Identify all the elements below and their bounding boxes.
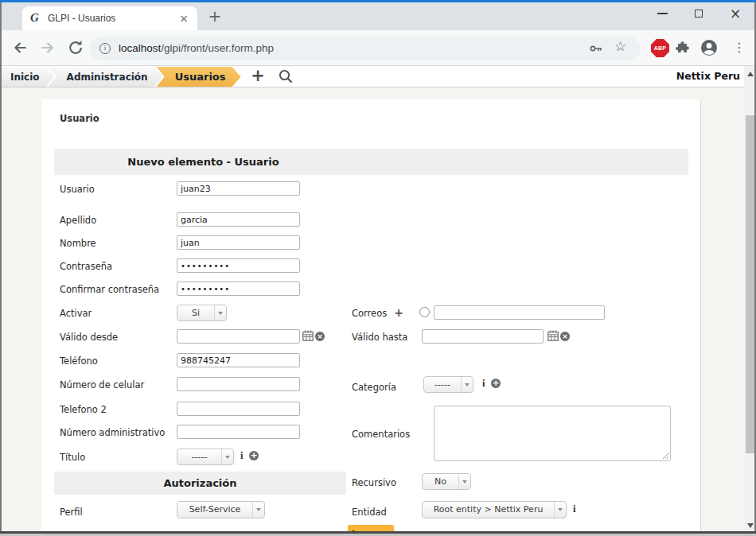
resize-handle-icon[interactable] bbox=[661, 452, 669, 460]
form-header-text: Nuevo elemento - Usuario bbox=[54, 149, 353, 175]
breadcrumb-label: Usuarios bbox=[175, 71, 226, 83]
titulo-select[interactable]: ----- bbox=[177, 449, 234, 465]
browser-toolbar: i localhost/glpi/front/user.form.php ☆ A… bbox=[0, 30, 756, 66]
activar-label: Activar bbox=[60, 308, 92, 319]
glpi-favicon-icon: G bbox=[30, 11, 43, 24]
window-left-edge bbox=[0, 2, 2, 536]
entidad-label: Entidad bbox=[352, 507, 387, 518]
valido-hasta-input[interactable] bbox=[422, 329, 544, 344]
chevron-down-icon bbox=[458, 474, 470, 489]
tab-close-icon[interactable]: × bbox=[177, 11, 191, 25]
activar-select[interactable]: Si bbox=[177, 305, 227, 321]
correos-add-icon[interactable]: + bbox=[394, 308, 403, 317]
forward-icon[interactable] bbox=[39, 39, 57, 56]
bookmark-star-icon[interactable]: ☆ bbox=[614, 38, 626, 54]
authorization-header-text: Autorización bbox=[54, 472, 346, 495]
window-maximize-button[interactable] bbox=[685, 2, 712, 25]
reload-icon[interactable] bbox=[67, 39, 84, 56]
address-bar[interactable]: i localhost/glpi/front/user.form.php ☆ bbox=[89, 37, 641, 60]
scroll-down-icon[interactable] bbox=[747, 523, 754, 528]
breadcrumb-label: Inicio bbox=[10, 72, 40, 83]
correos-default-radio[interactable] bbox=[419, 307, 430, 317]
chevron-down-icon bbox=[461, 377, 473, 392]
perfil-select[interactable]: Self-Service bbox=[177, 501, 265, 519]
recursivo-select[interactable]: No bbox=[422, 473, 471, 490]
password-key-icon[interactable] bbox=[589, 41, 603, 56]
apellido-label: Apellido bbox=[60, 215, 96, 226]
window-top-edge bbox=[0, 0, 756, 2]
scrollbar-thumb[interactable] bbox=[746, 115, 754, 453]
perfil-label: Perfil bbox=[60, 507, 83, 518]
clear-date-icon[interactable]: × bbox=[315, 332, 325, 341]
current-entity-label: Nettix Peru bbox=[676, 66, 740, 87]
recursivo-value: No bbox=[423, 474, 458, 489]
maximize-icon bbox=[695, 10, 703, 17]
window-close-button[interactable]: × bbox=[722, 2, 749, 25]
correos-label: Correos bbox=[352, 308, 387, 319]
calendar-icon[interactable] bbox=[548, 330, 559, 341]
valido-hasta-label: Válido hasta bbox=[352, 332, 407, 343]
comentarios-textarea[interactable] bbox=[434, 406, 671, 461]
user-form-panel: Usuario Nuevo elemento - Usuario Usuario… bbox=[41, 99, 701, 536]
recursivo-label: Recursivo bbox=[352, 477, 396, 488]
contrasena-input[interactable] bbox=[177, 258, 300, 273]
confirmar-contrasena-label: Confirmar contraseña bbox=[60, 284, 159, 295]
browser-tab[interactable]: G GLPI - Usuarios × bbox=[22, 6, 197, 30]
valido-desde-input[interactable] bbox=[177, 329, 300, 344]
activar-value: Si bbox=[177, 305, 214, 320]
valido-desde-label: Válido desde bbox=[60, 332, 118, 343]
breadcrumb-item-inicio[interactable]: Inicio bbox=[0, 67, 55, 87]
browser-window: G GLPI - Usuarios × + × i localhost/glpi… bbox=[0, 0, 756, 536]
entidad-info-icon[interactable]: i bbox=[573, 503, 575, 515]
confirmar-contrasena-input[interactable] bbox=[177, 282, 300, 296]
url-host: localhost bbox=[119, 42, 161, 54]
url-text[interactable]: localhost/glpi/front/user.form.php bbox=[119, 37, 274, 60]
scroll-up-icon[interactable] bbox=[747, 72, 754, 76]
categoria-add-icon[interactable]: + bbox=[491, 379, 501, 388]
adblock-extension-icon[interactable]: ABP bbox=[651, 39, 669, 57]
browser-menu-icon[interactable]: ⋮ bbox=[733, 39, 746, 56]
perfil-value: Self-Service bbox=[177, 502, 252, 518]
numero-administrativo-input[interactable] bbox=[177, 425, 300, 439]
numero-celular-label: Número de celular bbox=[60, 379, 144, 390]
categoria-select[interactable]: ----- bbox=[423, 376, 473, 393]
usuario-input[interactable] bbox=[177, 181, 300, 196]
browser-tab-strip: G GLPI - Usuarios × + × bbox=[0, 2, 756, 30]
nombre-label: Nombre bbox=[60, 238, 96, 249]
profile-avatar-icon[interactable] bbox=[700, 39, 718, 56]
add-item-button[interactable]: + bbox=[249, 66, 267, 87]
categoria-value: ----- bbox=[424, 377, 461, 392]
breadcrumb-item-administracion[interactable]: Administración bbox=[49, 67, 163, 87]
breadcrumb-item-usuarios[interactable]: Usuarios bbox=[157, 67, 241, 87]
page-info-icon[interactable]: i bbox=[99, 43, 111, 54]
back-icon[interactable] bbox=[11, 39, 29, 56]
numero-celular-input[interactable] bbox=[177, 377, 300, 391]
chevron-down-icon bbox=[214, 305, 226, 320]
contrasena-label: Contraseña bbox=[60, 261, 112, 272]
categoria-label: Categoría bbox=[352, 382, 396, 393]
window-close-icon: × bbox=[730, 2, 741, 25]
titulo-value: ----- bbox=[177, 449, 221, 464]
authorization-section-header: Autorización bbox=[54, 472, 346, 495]
form-section-header: Nuevo elemento - Usuario bbox=[54, 149, 688, 175]
numero-administrativo-label: Número administrativo bbox=[60, 427, 165, 438]
correos-input[interactable] bbox=[434, 305, 605, 320]
titulo-add-icon[interactable]: + bbox=[249, 451, 259, 460]
clear-date-icon[interactable]: × bbox=[560, 332, 570, 341]
nombre-input[interactable] bbox=[177, 235, 300, 250]
titulo-label: Título bbox=[60, 452, 85, 463]
chevron-down-icon bbox=[554, 502, 566, 518]
telefono2-input[interactable] bbox=[177, 402, 300, 416]
new-tab-button[interactable]: + bbox=[205, 6, 224, 26]
comentarios-label: Comentarios bbox=[352, 429, 410, 440]
window-minimize-button[interactable] bbox=[649, 2, 676, 25]
search-icon[interactable] bbox=[279, 69, 294, 84]
categoria-info-icon[interactable]: i bbox=[482, 378, 485, 390]
extensions-puzzle-icon[interactable] bbox=[676, 41, 690, 55]
entidad-select[interactable]: Root entity > Nettix Peru bbox=[422, 501, 567, 519]
titulo-info-icon[interactable]: i bbox=[240, 450, 243, 462]
chevron-down-icon bbox=[252, 502, 264, 518]
calendar-icon[interactable] bbox=[302, 330, 314, 341]
apellido-input[interactable] bbox=[177, 212, 300, 227]
telefono-input[interactable] bbox=[177, 353, 300, 367]
